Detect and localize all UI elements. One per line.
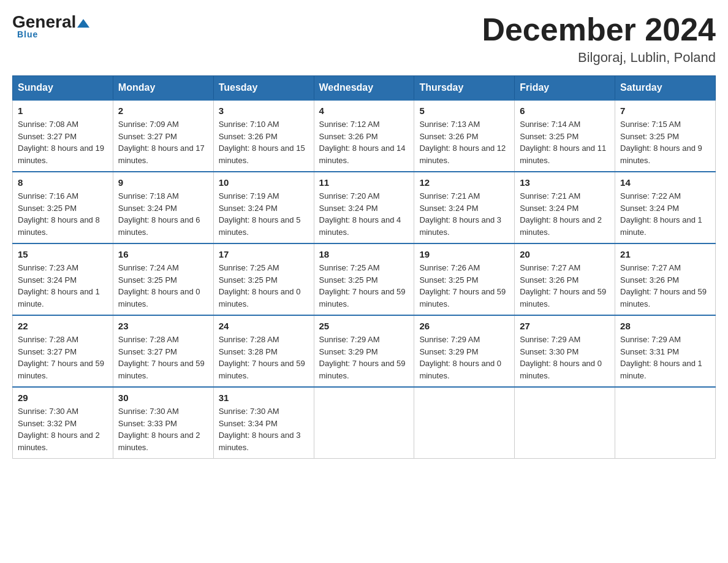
table-row: 12 Sunrise: 7:21 AMSunset: 3:24 PMDaylig… <box>414 172 515 243</box>
col-tuesday: Tuesday <box>213 76 314 101</box>
day-detail: Sunrise: 7:28 AMSunset: 3:27 PMDaylight:… <box>18 334 108 381</box>
day-detail: Sunrise: 7:28 AMSunset: 3:27 PMDaylight:… <box>118 334 208 381</box>
day-number: 17 <box>219 249 309 259</box>
day-detail: Sunrise: 7:10 AMSunset: 3:26 PMDaylight:… <box>219 118 309 166</box>
day-number: 15 <box>18 249 108 259</box>
day-detail: Sunrise: 7:25 AMSunset: 3:25 PMDaylight:… <box>319 262 409 310</box>
day-detail: Sunrise: 7:20 AMSunset: 3:24 PMDaylight:… <box>319 190 409 238</box>
day-number: 22 <box>18 321 108 331</box>
table-row: 10 Sunrise: 7:19 AMSunset: 3:24 PMDaylig… <box>213 172 314 243</box>
day-number: 2 <box>118 105 208 116</box>
table-row: 6 Sunrise: 7:14 AMSunset: 3:25 PMDayligh… <box>515 100 615 172</box>
day-number: 31 <box>219 393 309 403</box>
day-number: 6 <box>520 105 610 116</box>
day-number: 16 <box>118 249 208 259</box>
table-row <box>414 387 515 459</box>
day-detail: Sunrise: 7:15 AMSunset: 3:25 PMDaylight:… <box>620 118 710 166</box>
day-detail: Sunrise: 7:30 AMSunset: 3:34 PMDaylight:… <box>219 405 309 453</box>
day-number: 30 <box>118 393 208 403</box>
day-number: 19 <box>419 249 509 259</box>
day-detail: Sunrise: 7:29 AMSunset: 3:29 PMDaylight:… <box>419 334 509 381</box>
day-number: 23 <box>118 321 208 331</box>
day-detail: Sunrise: 7:24 AMSunset: 3:25 PMDaylight:… <box>118 262 208 310</box>
day-detail: Sunrise: 7:27 AMSunset: 3:26 PMDaylight:… <box>620 262 710 310</box>
calendar-week-row: 22 Sunrise: 7:28 AMSunset: 3:27 PMDaylig… <box>13 315 716 387</box>
logo-triangle-icon <box>76 12 91 32</box>
day-number: 1 <box>18 105 108 116</box>
day-number: 29 <box>18 393 108 403</box>
day-number: 21 <box>620 249 710 259</box>
day-number: 7 <box>620 105 710 116</box>
col-wednesday: Wednesday <box>314 76 414 101</box>
day-detail: Sunrise: 7:13 AMSunset: 3:26 PMDaylight:… <box>419 118 509 166</box>
day-detail: Sunrise: 7:30 AMSunset: 3:33 PMDaylight:… <box>118 405 208 453</box>
day-detail: Sunrise: 7:18 AMSunset: 3:24 PMDaylight:… <box>118 190 208 238</box>
day-detail: Sunrise: 7:29 AMSunset: 3:30 PMDaylight:… <box>520 334 610 381</box>
day-detail: Sunrise: 7:09 AMSunset: 3:27 PMDaylight:… <box>118 118 208 166</box>
table-row: 15 Sunrise: 7:23 AMSunset: 3:24 PMDaylig… <box>13 243 113 315</box>
col-thursday: Thursday <box>414 76 515 101</box>
table-row: 13 Sunrise: 7:21 AMSunset: 3:24 PMDaylig… <box>515 172 615 243</box>
table-row: 8 Sunrise: 7:16 AMSunset: 3:25 PMDayligh… <box>13 172 113 243</box>
location-subtitle: Bilgoraj, Lublin, Poland <box>482 50 716 66</box>
table-row <box>615 387 716 459</box>
day-detail: Sunrise: 7:26 AMSunset: 3:25 PMDaylight:… <box>419 262 509 310</box>
day-detail: Sunrise: 7:21 AMSunset: 3:24 PMDaylight:… <box>520 190 610 238</box>
table-row: 14 Sunrise: 7:22 AMSunset: 3:24 PMDaylig… <box>615 172 716 243</box>
col-monday: Monday <box>113 76 213 101</box>
col-saturday: Saturday <box>615 76 716 101</box>
page-header: General Blue December 2024 Bilgoraj, Lub… <box>12 12 716 66</box>
day-detail: Sunrise: 7:22 AMSunset: 3:24 PMDaylight:… <box>620 190 710 238</box>
title-block: December 2024 Bilgoraj, Lublin, Poland <box>482 12 716 66</box>
table-row: 11 Sunrise: 7:20 AMSunset: 3:24 PMDaylig… <box>314 172 414 243</box>
day-number: 18 <box>319 249 409 259</box>
table-row: 4 Sunrise: 7:12 AMSunset: 3:26 PMDayligh… <box>314 100 414 172</box>
table-row: 7 Sunrise: 7:15 AMSunset: 3:25 PMDayligh… <box>615 100 716 172</box>
table-row: 24 Sunrise: 7:28 AMSunset: 3:28 PMDaylig… <box>213 315 314 387</box>
day-number: 11 <box>319 177 409 188</box>
table-row: 19 Sunrise: 7:26 AMSunset: 3:25 PMDaylig… <box>414 243 515 315</box>
day-number: 8 <box>18 177 108 188</box>
col-friday: Friday <box>515 76 615 101</box>
table-row: 28 Sunrise: 7:29 AMSunset: 3:31 PMDaylig… <box>615 315 716 387</box>
day-number: 26 <box>419 321 509 331</box>
table-row <box>314 387 414 459</box>
table-row: 25 Sunrise: 7:29 AMSunset: 3:29 PMDaylig… <box>314 315 414 387</box>
day-detail: Sunrise: 7:21 AMSunset: 3:24 PMDaylight:… <box>419 190 509 238</box>
calendar-week-row: 29 Sunrise: 7:30 AMSunset: 3:32 PMDaylig… <box>13 387 716 459</box>
table-row: 16 Sunrise: 7:24 AMSunset: 3:25 PMDaylig… <box>113 243 213 315</box>
table-row: 18 Sunrise: 7:25 AMSunset: 3:25 PMDaylig… <box>314 243 414 315</box>
day-detail: Sunrise: 7:27 AMSunset: 3:26 PMDaylight:… <box>520 262 610 310</box>
day-number: 14 <box>620 177 710 188</box>
calendar-header-row: Sunday Monday Tuesday Wednesday Thursday… <box>13 76 716 101</box>
logo-blue-text: Blue <box>17 29 38 39</box>
day-detail: Sunrise: 7:08 AMSunset: 3:27 PMDaylight:… <box>18 118 108 166</box>
table-row: 17 Sunrise: 7:25 AMSunset: 3:25 PMDaylig… <box>213 243 314 315</box>
calendar-table: Sunday Monday Tuesday Wednesday Thursday… <box>12 75 716 459</box>
day-detail: Sunrise: 7:19 AMSunset: 3:24 PMDaylight:… <box>219 190 309 238</box>
table-row: 23 Sunrise: 7:28 AMSunset: 3:27 PMDaylig… <box>113 315 213 387</box>
col-sunday: Sunday <box>13 76 113 101</box>
table-row: 29 Sunrise: 7:30 AMSunset: 3:32 PMDaylig… <box>13 387 113 459</box>
day-number: 4 <box>319 105 409 116</box>
day-detail: Sunrise: 7:25 AMSunset: 3:25 PMDaylight:… <box>219 262 309 310</box>
day-detail: Sunrise: 7:23 AMSunset: 3:24 PMDaylight:… <box>18 262 108 310</box>
table-row: 31 Sunrise: 7:30 AMSunset: 3:34 PMDaylig… <box>213 387 314 459</box>
day-number: 20 <box>520 249 610 259</box>
day-number: 28 <box>620 321 710 331</box>
table-row: 22 Sunrise: 7:28 AMSunset: 3:27 PMDaylig… <box>13 315 113 387</box>
calendar-week-row: 8 Sunrise: 7:16 AMSunset: 3:25 PMDayligh… <box>13 172 716 243</box>
table-row: 21 Sunrise: 7:27 AMSunset: 3:26 PMDaylig… <box>615 243 716 315</box>
table-row: 3 Sunrise: 7:10 AMSunset: 3:26 PMDayligh… <box>213 100 314 172</box>
table-row: 9 Sunrise: 7:18 AMSunset: 3:24 PMDayligh… <box>113 172 213 243</box>
day-number: 3 <box>219 105 309 116</box>
calendar-week-row: 15 Sunrise: 7:23 AMSunset: 3:24 PMDaylig… <box>13 243 716 315</box>
table-row: 2 Sunrise: 7:09 AMSunset: 3:27 PMDayligh… <box>113 100 213 172</box>
day-number: 25 <box>319 321 409 331</box>
month-title: December 2024 <box>482 12 716 47</box>
day-number: 12 <box>419 177 509 188</box>
day-number: 24 <box>219 321 309 331</box>
table-row: 1 Sunrise: 7:08 AMSunset: 3:27 PMDayligh… <box>13 100 113 172</box>
logo: General Blue <box>12 12 91 39</box>
day-detail: Sunrise: 7:29 AMSunset: 3:31 PMDaylight:… <box>620 334 710 381</box>
